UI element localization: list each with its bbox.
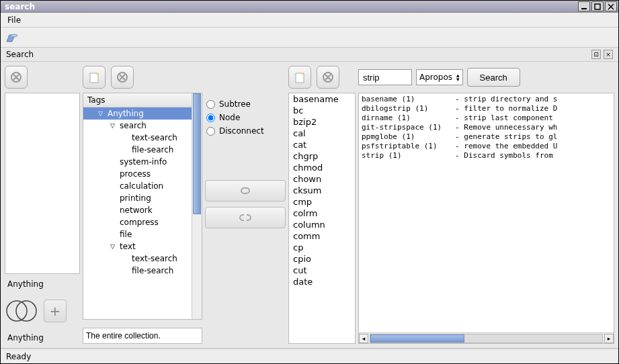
tool-icon[interactable]	[5, 30, 19, 45]
subheader: Search ⊡ ×	[1, 48, 618, 62]
detach-button[interactable]: ⊡	[591, 50, 601, 59]
list-item[interactable]: cut	[289, 265, 355, 276]
result-line[interactable]: basename (1) - strip directory and s	[362, 95, 611, 104]
tree-item[interactable]: calculation	[83, 180, 202, 192]
list-item[interactable]: date	[289, 276, 355, 287]
tree-item[interactable]: text-search	[83, 253, 202, 265]
menubar: File	[1, 13, 618, 28]
venn-icon[interactable]	[5, 294, 38, 328]
list-item[interactable]: cpio	[289, 253, 355, 265]
new-tag-button[interactable]	[83, 66, 106, 89]
combo-arrows-icon: ▴▾	[456, 73, 460, 81]
window-title: search	[2, 2, 35, 11]
result-line[interactable]: git-stripspace (1) - Remove unnecessary …	[362, 123, 611, 132]
svg-point-9	[16, 301, 36, 321]
hscroll-left-icon[interactable]: ◂	[359, 334, 368, 343]
tree-item[interactable]: file-search	[83, 144, 202, 156]
list-item[interactable]: chgrp	[289, 150, 355, 162]
svg-point-4	[11, 34, 17, 37]
result-line[interactable]: dirname (1) - strip last component	[362, 113, 611, 123]
svg-point-8	[7, 301, 27, 321]
results-hscroll[interactable]: ◂ ▸	[359, 332, 614, 343]
tree-item[interactable]: ▽ search	[83, 120, 202, 132]
add-button[interactable]: +	[44, 300, 67, 322]
list-item[interactable]: comm	[289, 230, 355, 242]
selection-panel	[5, 93, 80, 274]
tags-tree[interactable]: ▽ Anything▽ searchtext-searchfile-search…	[83, 107, 202, 286]
tags-header: Tags	[83, 93, 202, 107]
radio-subtree[interactable]: Subtree	[206, 99, 284, 109]
list-item[interactable]: cp	[289, 242, 355, 253]
radio-node[interactable]: Node	[206, 113, 284, 122]
tree-item[interactable]: printing	[83, 192, 202, 204]
list-item[interactable]: column	[289, 219, 355, 230]
result-line[interactable]: ppmglobe (1) - generate strips to gl	[362, 132, 611, 142]
list-item[interactable]: cksum	[289, 185, 355, 196]
subheader-label: Search	[6, 50, 34, 59]
list-item[interactable]: cat	[289, 139, 355, 150]
tree-item[interactable]: file	[83, 228, 202, 240]
search-input[interactable]	[358, 69, 412, 85]
tree-item[interactable]: compress	[83, 216, 202, 228]
list-item[interactable]: bzip2	[289, 116, 355, 128]
maximize-button[interactable]	[591, 1, 604, 11]
tree-item[interactable]: system-info	[83, 156, 202, 168]
tag-description-input[interactable]	[83, 328, 202, 344]
list-item[interactable]: chmod	[289, 162, 355, 173]
list-item[interactable]: bc	[289, 105, 355, 116]
list-item[interactable]: cal	[289, 128, 355, 139]
list-item[interactable]: colrm	[289, 208, 355, 219]
search-mode-combo[interactable]: Apropos ▴▾	[416, 69, 463, 85]
result-line[interactable]: psfstriptable (1) - remove the embedded …	[362, 142, 611, 151]
clear-cmd-button[interactable]	[317, 66, 339, 89]
statusbar: Ready	[1, 349, 618, 363]
titlebar: search	[1, 1, 618, 13]
tree-item[interactable]: ▽ Anything	[83, 107, 202, 120]
minimize-button[interactable]	[578, 1, 590, 11]
tree-item[interactable]: ▽ text	[83, 240, 202, 253]
close-pane-button[interactable]: ×	[604, 50, 613, 59]
results-pane[interactable]: basename (1) - strip directory and sdbil…	[359, 93, 614, 332]
tree-item[interactable]: network	[83, 204, 202, 216]
unlink-button[interactable]	[205, 207, 286, 228]
search-button[interactable]: Search	[467, 68, 520, 87]
radio-disconnect[interactable]: Disconnect	[206, 126, 284, 136]
close-button[interactable]	[605, 1, 617, 11]
tree-item[interactable]: process	[83, 168, 202, 180]
tree-item[interactable]: file-search	[83, 265, 202, 277]
new-cmd-button[interactable]	[288, 66, 311, 89]
svg-rect-1	[595, 4, 600, 9]
anything-label-1: Anything	[5, 278, 80, 290]
result-line[interactable]: strip (1) - Discard symbols from	[362, 151, 611, 161]
clear-tag-button[interactable]	[111, 66, 134, 89]
list-item[interactable]: basename	[289, 93, 355, 105]
result-line[interactable]: dbilogstrip (1) - filter to normalize D	[362, 104, 611, 113]
tags-scrollbar[interactable]	[192, 107, 202, 286]
clear-button-1[interactable]	[5, 66, 28, 89]
list-item[interactable]: chown	[289, 173, 355, 185]
hscroll-right-icon[interactable]: ▸	[604, 334, 614, 343]
anything-label-2: Anything	[5, 332, 80, 344]
menu-file[interactable]: File	[1, 13, 28, 27]
toolbar	[1, 28, 618, 48]
tree-item[interactable]: text-search	[83, 132, 202, 144]
link-button[interactable]	[205, 180, 286, 201]
list-item[interactable]: cmp	[289, 196, 355, 208]
command-list[interactable]: basenamebcbzip2calcatchgrpchmodchowncksu…	[288, 93, 356, 344]
status-text: Ready	[6, 352, 31, 361]
